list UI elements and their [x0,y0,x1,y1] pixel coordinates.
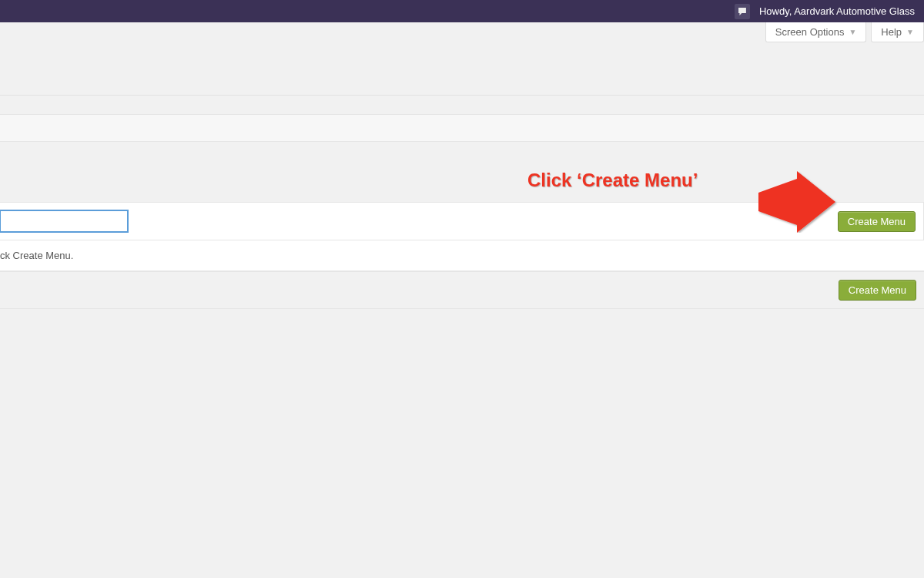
comments-icon[interactable] [735,4,750,19]
howdy-text[interactable]: Howdy, Aardvark Automotive Glass [759,5,918,17]
svg-marker-0 [758,171,835,233]
nav-tab-wrapper [0,114,924,142]
chevron-down-icon: ▼ [906,28,914,36]
screen-meta-links: Screen Options ▼ Help ▼ [0,22,924,42]
chevron-down-icon: ▼ [849,28,856,36]
menu-footer-bar: Create Menu [0,271,924,309]
screen-options-tab[interactable]: Screen Options ▼ [765,22,867,42]
create-menu-button-bottom[interactable]: Create Menu [839,280,916,301]
menu-body-hint: ck Create Menu. [0,250,73,261]
create-menu-button-top[interactable]: Create Menu [838,211,916,232]
annotation-text: Click ‘Create Menu’ [527,170,698,191]
divider [0,95,924,96]
menu-name-input[interactable] [0,210,128,232]
help-label: Help [881,26,902,38]
admin-bar: Howdy, Aardvark Automotive Glass [0,0,924,22]
menu-body: ck Create Menu. [0,240,924,271]
screen-options-label: Screen Options [775,26,845,38]
header-spacer [0,42,924,95]
annotation-arrow-icon [755,171,839,233]
help-tab[interactable]: Help ▼ [871,22,924,42]
annotation-callout: Click ‘Create Menu’ [527,170,698,191]
